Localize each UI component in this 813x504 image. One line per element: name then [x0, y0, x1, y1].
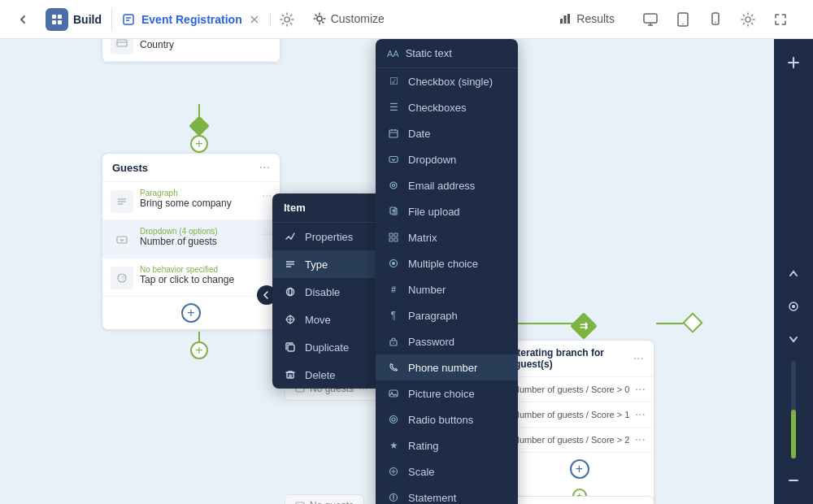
- type-icon: [284, 258, 297, 271]
- svg-rect-34: [117, 237, 127, 243]
- svg-rect-61: [389, 390, 398, 397]
- toolbar-down-button[interactable]: [780, 325, 807, 353]
- zoom-scrollbar[interactable]: [791, 361, 796, 458]
- dropdown-type: Dropdown (4 options): [140, 227, 255, 236]
- app-title: Build: [73, 13, 102, 26]
- type-dropdown[interactable]: Dropdown: [376, 146, 518, 172]
- svg-rect-44: [389, 130, 398, 137]
- phone-number-icon: [387, 361, 400, 374]
- no-guests-box-2: No guests: [285, 494, 364, 504]
- svg-rect-29: [117, 40, 127, 46]
- type-statement[interactable]: Statement: [376, 484, 518, 504]
- type-radio-buttons[interactable]: Radio buttons: [376, 406, 518, 432]
- country-item-menu[interactable]: ···: [262, 39, 272, 43]
- desktop-view-button[interactable]: [637, 7, 663, 33]
- add-item-button[interactable]: +: [181, 303, 201, 323]
- customize-icon: [313, 12, 326, 25]
- dropdown-item-menu[interactable]: ···: [262, 227, 272, 240]
- svg-rect-55: [389, 238, 393, 241]
- type-submenu-title: Static text: [406, 47, 452, 59]
- toolbar-up-button[interactable]: [780, 260, 807, 288]
- add-below-guests-button[interactable]: +: [190, 341, 208, 359]
- date-icon: [387, 127, 400, 140]
- branch-diamond: ⇉: [570, 312, 598, 340]
- branch-row-1: Number of guests / Score > 1 ···: [505, 402, 654, 428]
- global-settings-button[interactable]: [735, 7, 761, 33]
- type-paragraph[interactable]: ¶ Paragraph: [376, 302, 518, 328]
- type-phone-number[interactable]: Phone number: [376, 354, 518, 380]
- zoom-scrollbar-thumb: [791, 410, 796, 458]
- svg-rect-4: [124, 15, 133, 24]
- move-icon: [284, 313, 297, 326]
- right-toolbar: [774, 39, 813, 504]
- top-form-card: Text (No suggestions) Country ···: [102, 39, 280, 63]
- logo-icon: [46, 8, 68, 31]
- branch-card: Iterating branch for guest(s) ··· Number…: [504, 340, 654, 504]
- matrix-label: Matrix: [408, 232, 437, 244]
- dropdown-type-icon: [387, 153, 400, 166]
- no-behavior-icon: ?: [111, 267, 133, 289]
- dropdown-icon: [111, 228, 133, 251]
- guests-card-header: Guests ···: [102, 154, 280, 182]
- branch-row-1-menu[interactable]: ···: [635, 407, 646, 422]
- type-checkbox-single[interactable]: ☑ Checkbox (single): [376, 68, 518, 94]
- back-button[interactable]: [10, 7, 36, 33]
- file-upload-label: File upload: [408, 206, 460, 218]
- mobile-view-button[interactable]: [702, 7, 728, 33]
- checkboxes-label: Checkboxes: [408, 102, 467, 114]
- add-between-button-1[interactable]: +: [190, 135, 208, 153]
- add-branch-button[interactable]: +: [570, 459, 589, 479]
- guests-card-title: Guests: [112, 162, 148, 174]
- type-rating[interactable]: ★ Rating: [376, 432, 518, 458]
- form-close-icon[interactable]: [249, 14, 260, 25]
- branch-row-0-menu[interactable]: ···: [635, 382, 646, 397]
- duplicate-icon: [284, 341, 297, 354]
- dropdown-item: Dropdown (4 options) Number of guests ··…: [102, 220, 280, 259]
- svg-rect-53: [389, 233, 393, 237]
- type-picture-choice[interactable]: Picture choice: [376, 380, 518, 406]
- type-file-upload[interactable]: File upload: [376, 198, 518, 224]
- dropdown-type-label: Dropdown: [408, 154, 456, 166]
- type-scale[interactable]: Scale: [376, 458, 518, 484]
- disable-label: Disable: [305, 286, 340, 298]
- tab-results[interactable]: Results: [546, 0, 628, 39]
- guests-card-menu[interactable]: ···: [259, 160, 270, 175]
- toolbar-plus-button[interactable]: [780, 49, 807, 76]
- type-multiple-choice[interactable]: Multiple choice: [376, 250, 518, 276]
- toolbar-center-button[interactable]: [780, 293, 807, 320]
- svg-rect-0: [52, 15, 56, 19]
- type-date[interactable]: Date: [376, 120, 518, 146]
- svg-point-41: [289, 289, 292, 296]
- email-label: Email address: [408, 180, 475, 192]
- svg-rect-54: [394, 233, 398, 237]
- type-number[interactable]: # Number: [376, 276, 518, 302]
- paragraph-icon: [111, 190, 133, 213]
- duplicate-label: Duplicate: [305, 341, 349, 354]
- properties-icon: [284, 230, 297, 243]
- type-email[interactable]: Email address: [376, 172, 518, 198]
- form-settings-button[interactable]: [274, 7, 300, 33]
- no-guests-label-2: No guests: [310, 500, 354, 504]
- type-password[interactable]: Password: [376, 328, 518, 354]
- tablet-view-button[interactable]: [670, 7, 696, 33]
- checkbox-single-label: Checkbox (single): [408, 76, 493, 88]
- checkboxes-icon: ☰: [387, 101, 400, 114]
- add-right-branch-button[interactable]: [682, 312, 702, 332]
- picture-choice-icon: [387, 387, 400, 400]
- expand-button[interactable]: [767, 7, 793, 33]
- toolbar-minus-button[interactable]: [780, 467, 807, 494]
- type-matrix[interactable]: Matrix: [376, 224, 518, 250]
- paragraph-item-menu[interactable]: ···: [262, 189, 272, 202]
- branch-row-2-menu[interactable]: ···: [635, 432, 646, 447]
- branch-condition-1: Number of guests / Score > 1: [513, 410, 629, 419]
- svg-point-7: [285, 17, 289, 22]
- branch-card-menu[interactable]: ···: [633, 351, 644, 366]
- svg-rect-12: [644, 14, 657, 23]
- type-checkboxes[interactable]: ☰ Checkboxes: [376, 94, 518, 120]
- tab-customize[interactable]: Customize: [300, 0, 398, 39]
- statement-icon: [387, 491, 400, 504]
- radio-buttons-icon: [387, 413, 400, 426]
- matrix-icon: [387, 231, 400, 244]
- form-canvas: Text (No suggestions) Country ··· + Gues…: [0, 39, 813, 504]
- form-title-tab[interactable]: Event Registration: [112, 13, 271, 26]
